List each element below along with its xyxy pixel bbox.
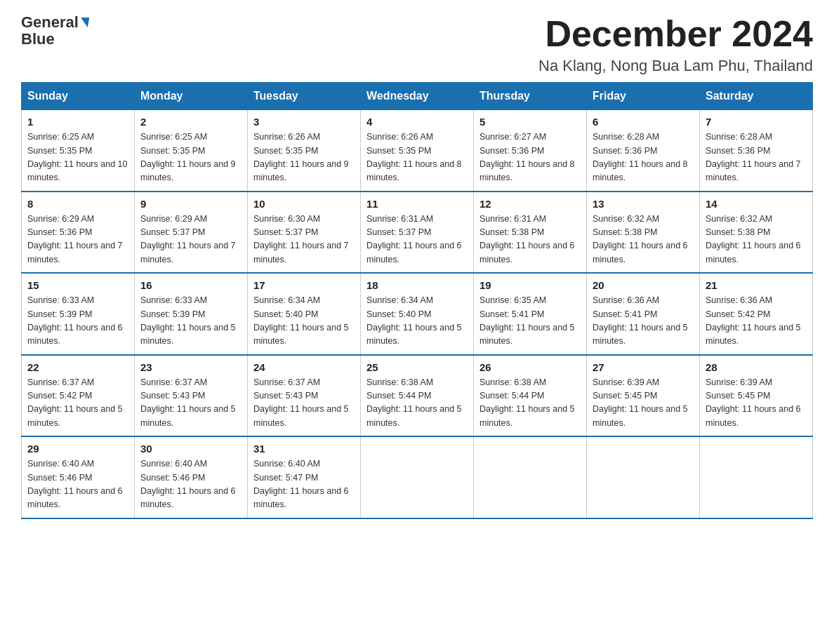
day-info: Sunrise: 6:33 AM Sunset: 5:39 PM Dayligh… [27, 294, 128, 349]
calendar-day-cell: 7 Sunrise: 6:28 AM Sunset: 5:36 PM Dayli… [700, 110, 813, 192]
day-number: 20 [593, 279, 694, 291]
calendar-day-cell: 24 Sunrise: 6:37 AM Sunset: 5:43 PM Dayl… [248, 355, 361, 437]
day-number: 5 [479, 116, 581, 128]
logo-blue: Blue [21, 31, 55, 48]
calendar-day-cell: 20 Sunrise: 6:36 AM Sunset: 5:41 PM Dayl… [587, 273, 700, 355]
calendar-day-cell: 21 Sunrise: 6:36 AM Sunset: 5:42 PM Dayl… [700, 273, 813, 355]
day-number: 23 [140, 361, 241, 373]
day-info: Sunrise: 6:31 AM Sunset: 5:38 PM Dayligh… [479, 213, 581, 267]
logo-arrow-icon [79, 18, 89, 27]
calendar-day-cell: 10 Sunrise: 6:30 AM Sunset: 5:37 PM Dayl… [248, 192, 361, 274]
day-number: 2 [140, 116, 241, 128]
calendar-day-cell: 17 Sunrise: 6:34 AM Sunset: 5:40 PM Dayl… [248, 273, 361, 355]
calendar-week-row: 8 Sunrise: 6:29 AM Sunset: 5:36 PM Dayli… [22, 192, 813, 274]
calendar-week-row: 29 Sunrise: 6:40 AM Sunset: 5:46 PM Dayl… [22, 436, 813, 518]
day-number: 8 [27, 198, 128, 210]
day-info: Sunrise: 6:40 AM Sunset: 5:46 PM Dayligh… [27, 457, 128, 512]
day-info: Sunrise: 6:26 AM Sunset: 5:35 PM Dayligh… [366, 130, 468, 185]
day-info: Sunrise: 6:27 AM Sunset: 5:36 PM Dayligh… [479, 130, 581, 185]
day-info: Sunrise: 6:38 AM Sunset: 5:44 PM Dayligh… [366, 376, 468, 431]
day-info: Sunrise: 6:29 AM Sunset: 5:36 PM Dayligh… [27, 213, 128, 267]
day-info: Sunrise: 6:39 AM Sunset: 5:45 PM Dayligh… [593, 376, 694, 431]
day-number: 21 [706, 279, 807, 291]
day-number: 27 [593, 361, 694, 373]
day-header-friday: Friday [587, 83, 700, 110]
calendar-day-cell: 15 Sunrise: 6:33 AM Sunset: 5:39 PM Dayl… [22, 273, 135, 355]
calendar-day-cell [587, 436, 700, 518]
day-number: 11 [366, 198, 468, 210]
calendar-day-cell: 23 Sunrise: 6:37 AM Sunset: 5:43 PM Dayl… [135, 355, 248, 437]
logo: General Blue [21, 14, 88, 48]
calendar-day-cell: 27 Sunrise: 6:39 AM Sunset: 5:45 PM Dayl… [587, 355, 700, 437]
logo-general: General [21, 14, 79, 31]
day-number: 3 [253, 116, 355, 128]
day-number: 25 [366, 361, 468, 373]
day-number: 7 [706, 116, 807, 128]
day-info: Sunrise: 6:34 AM Sunset: 5:40 PM Dayligh… [366, 294, 468, 349]
day-header-thursday: Thursday [474, 83, 587, 110]
day-number: 31 [253, 443, 355, 455]
location-subtitle: Na Klang, Nong Bua Lam Phu, Thailand [538, 57, 813, 75]
calendar-day-cell: 11 Sunrise: 6:31 AM Sunset: 5:37 PM Dayl… [361, 192, 474, 274]
day-number: 12 [479, 198, 581, 210]
calendar-day-cell: 6 Sunrise: 6:28 AM Sunset: 5:36 PM Dayli… [587, 110, 700, 192]
day-info: Sunrise: 6:35 AM Sunset: 5:41 PM Dayligh… [479, 294, 581, 349]
calendar-day-cell: 25 Sunrise: 6:38 AM Sunset: 5:44 PM Dayl… [361, 355, 474, 437]
calendar-day-cell: 26 Sunrise: 6:38 AM Sunset: 5:44 PM Dayl… [474, 355, 587, 437]
day-info: Sunrise: 6:32 AM Sunset: 5:38 PM Dayligh… [593, 213, 694, 267]
calendar-day-cell: 12 Sunrise: 6:31 AM Sunset: 5:38 PM Dayl… [474, 192, 587, 274]
calendar-day-cell [700, 436, 813, 518]
calendar-day-cell: 31 Sunrise: 6:40 AM Sunset: 5:47 PM Dayl… [248, 436, 361, 518]
day-number: 30 [140, 443, 241, 455]
day-number: 22 [27, 361, 128, 373]
day-header-monday: Monday [135, 83, 248, 110]
title-block: December 2024 Na Klang, Nong Bua Lam Phu… [538, 14, 813, 75]
month-year-title: December 2024 [538, 14, 813, 54]
day-info: Sunrise: 6:36 AM Sunset: 5:42 PM Dayligh… [706, 294, 807, 349]
day-info: Sunrise: 6:39 AM Sunset: 5:45 PM Dayligh… [706, 376, 807, 431]
day-number: 19 [479, 279, 581, 291]
calendar-day-cell: 22 Sunrise: 6:37 AM Sunset: 5:42 PM Dayl… [22, 355, 135, 437]
day-number: 9 [140, 198, 241, 210]
calendar-day-cell: 18 Sunrise: 6:34 AM Sunset: 5:40 PM Dayl… [361, 273, 474, 355]
day-info: Sunrise: 6:34 AM Sunset: 5:40 PM Dayligh… [253, 294, 355, 349]
day-number: 17 [253, 279, 355, 291]
day-info: Sunrise: 6:28 AM Sunset: 5:36 PM Dayligh… [706, 130, 807, 185]
calendar-day-cell: 4 Sunrise: 6:26 AM Sunset: 5:35 PM Dayli… [361, 110, 474, 192]
day-info: Sunrise: 6:29 AM Sunset: 5:37 PM Dayligh… [140, 213, 241, 267]
days-header-row: SundayMondayTuesdayWednesdayThursdayFrid… [22, 83, 813, 110]
day-number: 28 [706, 361, 807, 373]
day-info: Sunrise: 6:37 AM Sunset: 5:43 PM Dayligh… [253, 376, 355, 431]
day-number: 14 [706, 198, 807, 210]
day-info: Sunrise: 6:30 AM Sunset: 5:37 PM Dayligh… [253, 213, 355, 267]
calendar-day-cell [361, 436, 474, 518]
day-number: 26 [479, 361, 581, 373]
day-number: 10 [253, 198, 355, 210]
calendar-day-cell: 13 Sunrise: 6:32 AM Sunset: 5:38 PM Dayl… [587, 192, 700, 274]
day-header-sunday: Sunday [22, 83, 135, 110]
day-info: Sunrise: 6:28 AM Sunset: 5:36 PM Dayligh… [593, 130, 694, 185]
calendar-day-cell: 16 Sunrise: 6:33 AM Sunset: 5:39 PM Dayl… [135, 273, 248, 355]
calendar-day-cell: 8 Sunrise: 6:29 AM Sunset: 5:36 PM Dayli… [22, 192, 135, 274]
calendar-day-cell: 19 Sunrise: 6:35 AM Sunset: 5:41 PM Dayl… [474, 273, 587, 355]
day-header-tuesday: Tuesday [248, 83, 361, 110]
day-info: Sunrise: 6:31 AM Sunset: 5:37 PM Dayligh… [366, 213, 468, 267]
day-number: 18 [366, 279, 468, 291]
day-info: Sunrise: 6:40 AM Sunset: 5:47 PM Dayligh… [253, 457, 355, 512]
day-info: Sunrise: 6:32 AM Sunset: 5:38 PM Dayligh… [706, 213, 807, 267]
calendar-table: SundayMondayTuesdayWednesdayThursdayFrid… [21, 82, 813, 519]
day-info: Sunrise: 6:25 AM Sunset: 5:35 PM Dayligh… [140, 130, 241, 185]
day-header-wednesday: Wednesday [361, 83, 474, 110]
calendar-day-cell: 30 Sunrise: 6:40 AM Sunset: 5:46 PM Dayl… [135, 436, 248, 518]
day-info: Sunrise: 6:36 AM Sunset: 5:41 PM Dayligh… [593, 294, 694, 349]
day-number: 13 [593, 198, 694, 210]
calendar-day-cell: 5 Sunrise: 6:27 AM Sunset: 5:36 PM Dayli… [474, 110, 587, 192]
day-info: Sunrise: 6:26 AM Sunset: 5:35 PM Dayligh… [253, 130, 355, 185]
day-info: Sunrise: 6:37 AM Sunset: 5:42 PM Dayligh… [27, 376, 128, 431]
calendar-week-row: 22 Sunrise: 6:37 AM Sunset: 5:42 PM Dayl… [22, 355, 813, 437]
day-number: 15 [27, 279, 128, 291]
calendar-day-cell: 1 Sunrise: 6:25 AM Sunset: 5:35 PM Dayli… [22, 110, 135, 192]
calendar-day-cell: 9 Sunrise: 6:29 AM Sunset: 5:37 PM Dayli… [135, 192, 248, 274]
calendar-day-cell [474, 436, 587, 518]
calendar-week-row: 15 Sunrise: 6:33 AM Sunset: 5:39 PM Dayl… [22, 273, 813, 355]
